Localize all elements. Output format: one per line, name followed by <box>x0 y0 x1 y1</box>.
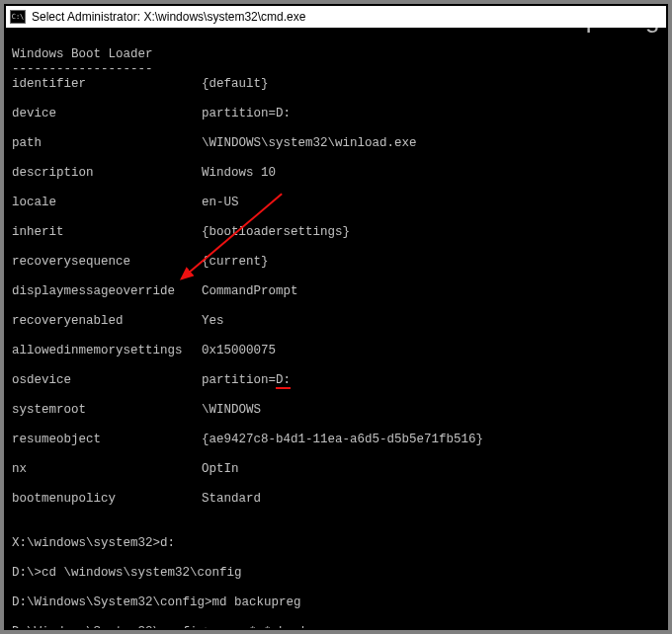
kv-value: CommandPrompt <box>202 284 298 299</box>
kv-key: systemroot <box>12 403 202 418</box>
kv-value: Standard <box>202 492 261 507</box>
kv-value: partition=D: <box>202 373 291 388</box>
kv-key: recoverysequence <box>12 255 202 270</box>
prompt-line: D:\Windows\System32\config>md backupreg <box>12 595 301 609</box>
cmd-input: md backupreg <box>212 595 301 609</box>
kv-key: device <box>12 107 202 121</box>
kv-key: description <box>12 166 202 181</box>
kv-row: path\WINDOWS\system32\winload.exe <box>12 136 660 151</box>
kv-row: bootmenupolicyStandard <box>12 492 660 507</box>
kv-value: Windows 10 <box>202 166 276 181</box>
kv-row: allowedinmemorysettings0x15000075 <box>12 344 660 358</box>
boot-divider: ------------------- <box>12 62 153 76</box>
kv-row: devicepartition=D: <box>12 107 660 121</box>
kv-row: descriptionWindows 10 <box>12 166 660 181</box>
kv-value: partition=D: <box>202 107 291 121</box>
kv-key: identifier <box>12 77 202 92</box>
kv-row: recoveryenabledYes <box>12 314 660 329</box>
kv-key: locale <box>12 196 202 210</box>
kv-row: systemroot\WINDOWS <box>12 403 660 418</box>
kv-key: allowedinmemorysettings <box>12 344 202 358</box>
kv-row: nxOptIn <box>12 462 660 477</box>
cmd-input: d: <box>160 536 175 550</box>
kv-key: resumeobject <box>12 433 202 447</box>
kv-value: {current} <box>202 255 269 270</box>
highlighted-partition: D: <box>276 373 291 389</box>
prompt-line: X:\windows\system32>d: <box>12 536 175 550</box>
kv-row: displaymessageoverrideCommandPrompt <box>12 284 660 299</box>
prompt: D:\Windows\System32\config> <box>12 625 212 628</box>
kv-value: {default} <box>202 77 269 92</box>
kv-row: inherit{bootloadersettings} <box>12 225 660 240</box>
titlebar[interactable]: C:\ Select Administrator: X:\windows\sys… <box>6 6 666 28</box>
kv-value: Yes <box>202 314 224 329</box>
kv-key: recoveryenabled <box>12 314 202 329</box>
kv-value: en-US <box>202 196 239 210</box>
kv-value: OptIn <box>202 462 239 477</box>
prompt-line: D:\>cd \windows\system32\config <box>12 566 242 580</box>
kv-key: nx <box>12 462 202 477</box>
kv-row: osdevicepartition=D: <box>12 373 660 388</box>
kv-row: recoverysequence{current} <box>12 255 660 270</box>
kv-value: {bootloadersettings} <box>202 225 350 240</box>
kv-key: displaymessageoverride <box>12 284 202 299</box>
prompt-line: D:\Windows\System32\config>copy *.* back… <box>12 625 346 628</box>
cmd-input: copy *.* backupreg <box>212 625 346 628</box>
kv-key: path <box>12 136 202 151</box>
cmd-input: cd \windows\system32\config <box>42 566 242 580</box>
prompt: D:\Windows\System32\config> <box>12 595 212 609</box>
kv-value: {ae9427c8-b4d1-11ea-a6d5-d5b5e71fb516} <box>202 433 483 447</box>
window-frame: C:\ Select Administrator: X:\windows\sys… <box>4 4 668 630</box>
kv-value: \WINDOWS <box>202 403 261 418</box>
kv-value: 0x15000075 <box>202 344 276 358</box>
prompt: D:\> <box>12 566 42 580</box>
kv-key: inherit <box>12 225 202 240</box>
cmd-icon: C:\ <box>10 10 26 24</box>
kv-key: bootmenupolicy <box>12 492 202 507</box>
kv-row: identifier{default} <box>12 77 660 92</box>
kv-row: resumeobject{ae9427c8-b4d1-11ea-a6d5-d5b… <box>12 433 660 447</box>
kv-row: localeen-US <box>12 196 660 210</box>
kv-value: \WINDOWS\system32\winload.exe <box>202 136 417 151</box>
window-title: Select Administrator: X:\windows\system3… <box>32 10 305 24</box>
prompt: X:\windows\system32> <box>12 536 160 550</box>
terminal-viewport[interactable]: Windows Boot Loader ------------------- … <box>6 28 666 628</box>
kv-key: osdevice <box>12 373 202 388</box>
boot-header: Windows Boot Loader <box>12 47 153 61</box>
